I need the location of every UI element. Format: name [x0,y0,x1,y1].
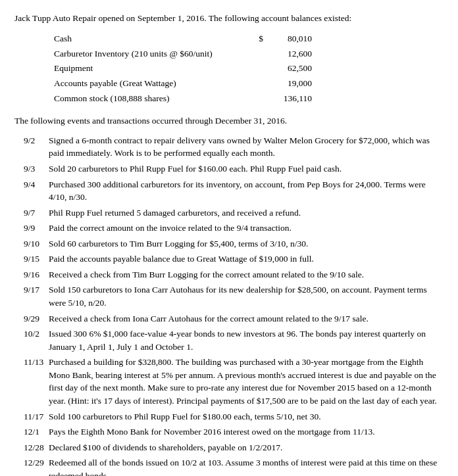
trans-date-9-17: 9/17 [24,283,49,309]
trans-text-9-29: Received a check from Iona Carr Autohaus… [49,312,444,325]
transaction-9-16: 9/16 Received a check from Tim Burr Logg… [24,268,444,281]
transaction-9-29: 9/29 Received a check from Iona Carr Aut… [24,312,444,325]
account-dollar-ap [251,76,263,91]
account-dollar-stock [251,91,263,107]
trans-date-11-17: 11/17 [24,410,49,423]
trans-text-10-2: Issued 300 6% $1,000 face-value 4-year b… [49,327,444,353]
account-name-ap: Accounts payable (Great Wattage) [54,76,251,91]
trans-text-9-4: Purchased 300 additional carburetors for… [49,178,444,204]
account-row-ap: Accounts payable (Great Wattage) 19,000 [54,76,444,91]
trans-date-9-29: 9/29 [24,312,49,325]
account-dollar-cash: $ [251,32,263,47]
transaction-11-17: 11/17 Sold 100 carburetors to Phil Rupp … [24,410,444,423]
transaction-9-15: 9/15 Paid the accounts payable balance d… [24,252,444,266]
trans-date-9-9: 9/9 [24,222,49,235]
trans-date-12-28: 12/28 [24,441,49,454]
transaction-9-17: 9/17 Sold 150 carburetors to Iona Carr A… [24,283,444,309]
account-row-carburetor: Carburetor Inventory (210 units @ $60/un… [54,47,444,62]
trans-text-11-17: Sold 100 carburetors to Phil Rupp Fuel f… [49,410,444,423]
trans-text-9-15: Paid the accounts payable balance due to… [49,252,444,266]
account-dollar-equipment [251,61,263,76]
trans-text-11-13: Purchased a building for $328,800. The b… [49,356,444,407]
transaction-9-9: 9/9 Paid the correct amount on the invoi… [24,222,444,235]
trans-date-12-29: 12/29 [24,456,49,476]
trans-date-12-1: 12/1 [24,425,49,439]
account-amount-cash: 80,010 [266,32,312,47]
trans-text-9-16: Received a check from Tim Burr Logging f… [49,268,444,281]
transaction-10-2: 10/2 Issued 300 6% $1,000 face-value 4-y… [24,327,444,353]
trans-text-12-1: Pays the Eighth Mono Bank for November 2… [49,425,444,439]
transaction-9-2: 9/2 Signed a 6-month contract to repair … [24,134,444,160]
account-dollar-carburetor [251,47,263,62]
section2-text: The following events and transactions oc… [14,114,444,128]
account-name-carburetor: Carburetor Inventory (210 units @ $60/un… [54,47,251,62]
trans-text-12-28: Declared $100 of dividends to shareholde… [49,441,444,454]
trans-date-9-15: 9/15 [24,252,49,266]
trans-date-9-7: 9/7 [24,206,49,220]
transaction-9-4: 9/4 Purchased 300 additional carburetors… [24,178,444,204]
transaction-9-3: 9/3 Sold 20 carburetors to Phil Rupp Fue… [24,162,444,176]
account-name-equipment: Equipment [54,61,251,76]
account-amount-stock: 136,110 [266,91,312,107]
account-row-stock: Common stock (108,888 shares) 136,110 [54,91,444,107]
account-balances-table: Cash $ 80,010 Carburetor Inventory (210 … [54,32,444,107]
trans-date-9-4: 9/4 [24,178,49,204]
transaction-11-13: 11/13 Purchased a building for $328,800.… [24,356,444,407]
trans-text-9-2: Signed a 6-month contract to repair deli… [49,134,444,160]
trans-text-9-17: Sold 150 carburetors to Iona Carr Autoha… [49,283,444,309]
transaction-12-28: 12/28 Declared $100 of dividends to shar… [24,441,444,454]
trans-date-9-16: 9/16 [24,268,49,281]
account-name-stock: Common stock (108,888 shares) [54,91,251,107]
trans-text-9-3: Sold 20 carburetors to Phil Rupp Fuel fo… [49,162,444,176]
trans-text-9-7: Phil Rupp Fuel returned 5 damaged carbur… [49,206,444,220]
trans-date-11-13: 11/13 [24,356,49,407]
account-amount-carburetor: 12,600 [266,47,312,62]
account-amount-equipment: 62,500 [266,61,312,76]
intro-text: Jack Tupp Auto Repair opened on Septembe… [14,12,444,25]
trans-date-9-2: 9/2 [24,134,49,160]
account-amount-ap: 19,000 [266,76,312,91]
transaction-9-7: 9/7 Phil Rupp Fuel returned 5 damaged ca… [24,206,444,220]
transaction-12-29: 12/29 Redeemed all of the bonds issued o… [24,456,444,476]
transactions-list: 9/2 Signed a 6-month contract to repair … [24,134,444,476]
trans-text-9-10: Sold 60 carburetors to Tim Burr Logging … [49,237,444,250]
trans-date-9-3: 9/3 [24,162,49,176]
account-row-equipment: Equipment 62,500 [54,61,444,76]
trans-date-10-2: 10/2 [24,327,49,353]
transaction-9-10: 9/10 Sold 60 carburetors to Tim Burr Log… [24,237,444,250]
account-row-cash: Cash $ 80,010 [54,32,444,47]
transaction-12-1: 12/1 Pays the Eighth Mono Bank for Novem… [24,425,444,439]
trans-text-12-29: Redeemed all of the bonds issued on 10/2… [49,456,444,476]
account-name-cash: Cash [54,32,251,47]
trans-date-9-10: 9/10 [24,237,49,250]
trans-text-9-9: Paid the correct amount on the invoice r… [49,222,444,235]
